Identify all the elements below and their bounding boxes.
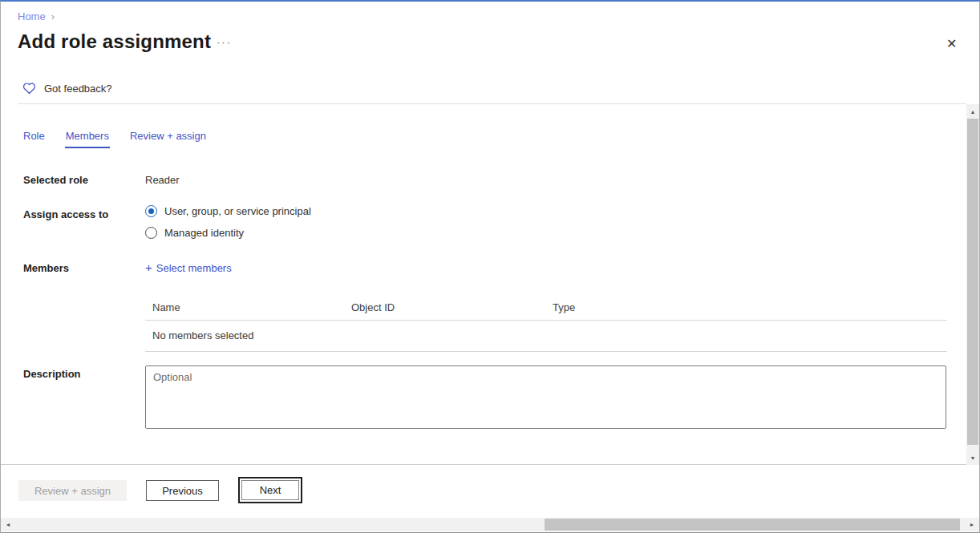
radio-selected-icon — [145, 205, 157, 217]
review-assign-button[interactable]: Review + assign — [18, 480, 127, 501]
add-role-assignment-blade: Home› Add role assignment ··· ✕ Got feed… — [0, 0, 980, 533]
horizontal-scrollbar-thumb[interactable] — [545, 519, 960, 531]
members-label: Members — [23, 262, 69, 274]
footer-divider — [1, 464, 980, 465]
column-header-object-id: Object ID — [351, 301, 553, 313]
radio-label: User, group, or service principal — [164, 205, 311, 217]
radio-user-group-service-principal[interactable]: User, group, or service principal — [145, 205, 311, 217]
members-table: Name Object ID Type No members selected — [145, 298, 947, 352]
description-input[interactable] — [145, 365, 946, 429]
header-divider — [18, 103, 966, 104]
got-feedback-label: Got feedback? — [44, 83, 112, 95]
plus-icon: + — [145, 260, 152, 274]
scroll-down-icon[interactable]: ▼ — [966, 451, 979, 464]
tab-members[interactable]: Members — [65, 128, 110, 148]
vertical-scrollbar-thumb[interactable] — [967, 119, 978, 445]
breadcrumb-link-home[interactable]: Home — [18, 10, 46, 22]
members-table-empty-row: No members selected — [145, 321, 947, 352]
scroll-right-icon[interactable]: ► — [966, 518, 978, 531]
tab-review-assign[interactable]: Review + assign — [129, 128, 207, 148]
got-feedback-link[interactable]: Got feedback? — [22, 82, 112, 95]
tab-role[interactable]: Role — [22, 128, 46, 148]
horizontal-scrollbar[interactable]: ◄ ► — [1, 518, 979, 531]
radio-label: Managed identity — [164, 227, 244, 239]
scroll-left-icon[interactable]: ◄ — [2, 518, 14, 531]
page-title: Add role assignment — [18, 30, 211, 53]
selected-role-value: Reader — [145, 174, 180, 186]
assign-access-to-label: Assign access to — [23, 208, 108, 220]
heart-icon — [22, 82, 36, 95]
close-icon[interactable]: ✕ — [942, 35, 962, 53]
more-options-icon[interactable]: ··· — [212, 35, 237, 49]
select-members-label: Select members — [156, 262, 232, 274]
next-button-focus-ring: Next — [238, 477, 302, 503]
vertical-scrollbar[interactable]: ▲ ▼ — [966, 104, 979, 465]
breadcrumb: Home› — [18, 10, 55, 22]
members-table-header: Name Object ID Type — [145, 298, 947, 321]
chevron-right-icon: › — [51, 10, 55, 22]
tab-bar: Role Members Review + assign — [22, 128, 207, 148]
radio-unselected-icon — [145, 227, 157, 239]
description-label: Description — [23, 368, 81, 380]
select-members-link[interactable]: +Select members — [145, 260, 232, 274]
radio-managed-identity[interactable]: Managed identity — [145, 227, 244, 239]
previous-button[interactable]: Previous — [146, 480, 219, 501]
column-header-name: Name — [152, 301, 351, 313]
scroll-up-icon[interactable]: ▲ — [966, 105, 979, 118]
selected-role-label: Selected role — [23, 174, 88, 186]
column-header-type: Type — [553, 301, 575, 313]
next-button[interactable]: Next — [241, 480, 299, 500]
